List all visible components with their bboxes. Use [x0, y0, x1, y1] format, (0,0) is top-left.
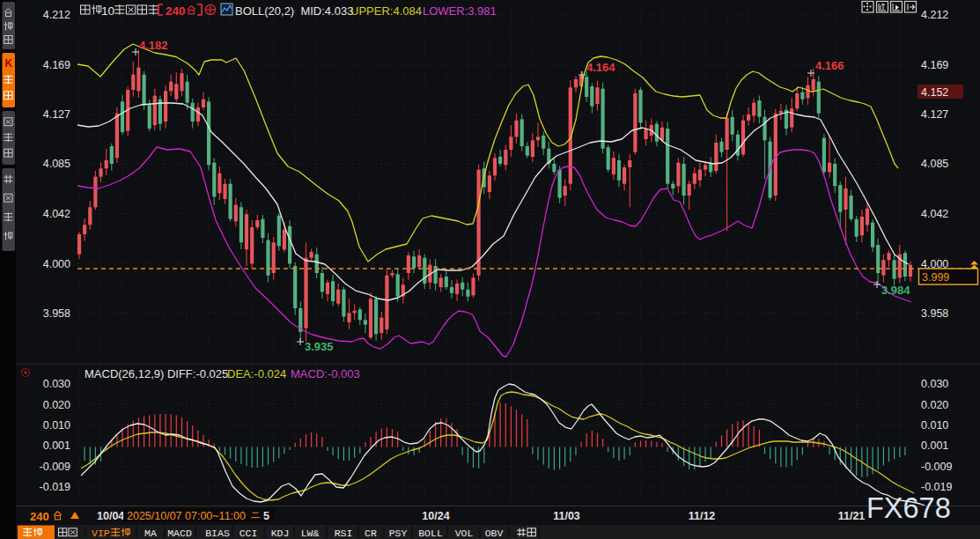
svg-text:RSI: RSI — [335, 528, 353, 539]
svg-text:OBV: OBV — [485, 528, 504, 539]
svg-text:CR: CR — [365, 528, 377, 539]
svg-text:3.958: 3.958 — [43, 307, 70, 320]
svg-text:BIAS: BIAS — [205, 528, 230, 539]
svg-text:0.010: 0.010 — [43, 419, 70, 432]
svg-text:4.169: 4.169 — [43, 59, 70, 71]
svg-text:0.001: 0.001 — [921, 439, 948, 452]
svg-text:0.030: 0.030 — [43, 378, 70, 390]
svg-text:11/12: 11/12 — [689, 510, 716, 522]
svg-text:4.042: 4.042 — [43, 208, 70, 220]
svg-text:3.935: 3.935 — [305, 340, 334, 353]
svg-text:0.010: 0.010 — [921, 419, 948, 432]
svg-text:MACD:-0.003: MACD:-0.003 — [291, 367, 360, 380]
svg-text:PSY: PSY — [389, 528, 408, 539]
svg-text:240: 240 — [166, 4, 186, 18]
svg-text:4.166: 4.166 — [815, 59, 844, 72]
svg-text:4.127: 4.127 — [921, 108, 948, 121]
svg-text:10/04: 10/04 — [97, 510, 124, 522]
svg-text:VIP: VIP — [92, 528, 110, 539]
svg-text:4.182: 4.182 — [139, 39, 168, 52]
svg-text:MACD(26,12,9) DIFF:-0.025: MACD(26,12,9) DIFF:-0.025 — [85, 367, 228, 380]
svg-text:10: 10 — [101, 4, 114, 18]
svg-text:UPPER:4.084: UPPER:4.084 — [350, 4, 422, 18]
svg-text:4.085: 4.085 — [43, 158, 70, 170]
svg-text:BOLL: BOLL — [418, 528, 443, 539]
svg-text:0.020: 0.020 — [43, 399, 70, 411]
svg-text:4.042: 4.042 — [921, 208, 948, 220]
svg-text:CCI: CCI — [239, 528, 258, 539]
svg-text:DEA:-0.024: DEA:-0.024 — [227, 367, 286, 380]
svg-text:BOLL(20,2) MID:4.033: BOLL(20,2) MID:4.033 — [235, 4, 353, 18]
svg-text:10/24: 10/24 — [422, 510, 449, 522]
svg-text:MACD: MACD — [167, 528, 192, 539]
svg-text:11/21: 11/21 — [838, 510, 866, 522]
svg-text:LOWER:3.981: LOWER:3.981 — [423, 4, 497, 18]
svg-text:4.085: 4.085 — [921, 158, 948, 170]
svg-text:3.999: 3.999 — [922, 271, 949, 284]
svg-text:0.001: 0.001 — [43, 439, 70, 452]
svg-text:3.984: 3.984 — [881, 284, 910, 297]
svg-text:K: K — [5, 57, 13, 70]
svg-text:4.000: 4.000 — [43, 258, 70, 270]
svg-text:MA: MA — [144, 528, 157, 539]
svg-text:11/03: 11/03 — [553, 510, 580, 522]
svg-text:3.958: 3.958 — [921, 307, 948, 320]
svg-text:KDJ: KDJ — [271, 528, 290, 539]
svg-text:-0.009: -0.009 — [40, 461, 70, 473]
svg-text:-0.009: -0.009 — [921, 461, 952, 473]
svg-text:4.164: 4.164 — [586, 61, 615, 74]
svg-text:-0.019: -0.019 — [40, 481, 70, 493]
svg-text:4.152: 4.152 — [921, 86, 948, 99]
svg-text:5: 5 — [263, 510, 269, 522]
svg-text:4.169: 4.169 — [921, 59, 948, 71]
svg-text:LW&: LW& — [301, 528, 320, 539]
svg-text:2025/10/07 07:00~11:00: 2025/10/07 07:00~11:00 — [127, 510, 246, 522]
svg-text:FX678: FX678 — [866, 492, 951, 524]
svg-text:4.212: 4.212 — [921, 9, 948, 21]
svg-text:0.020: 0.020 — [921, 399, 948, 411]
svg-text:240: 240 — [30, 510, 49, 523]
svg-text:0.030: 0.030 — [921, 378, 948, 390]
svg-text:4.212: 4.212 — [43, 9, 70, 21]
svg-text:4.127: 4.127 — [43, 108, 70, 121]
svg-text:VOL: VOL — [455, 528, 474, 539]
